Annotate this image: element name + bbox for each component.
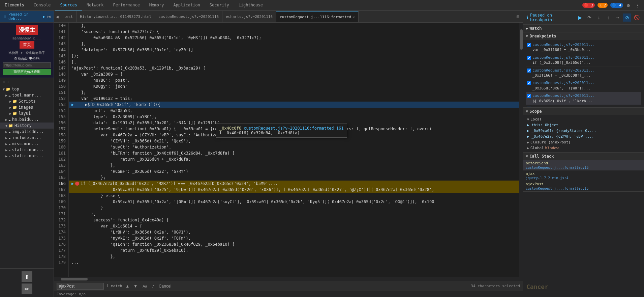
- code-line-179[interactable]: ...: [69, 260, 519, 266]
- tab-close-icon[interactable]: ✕: [352, 15, 355, 19]
- more-icon[interactable]: ⋮: [634, 2, 641, 9]
- match-case-btn[interactable]: Aa: [141, 284, 149, 289]
- step-btn2[interactable]: →: [614, 14, 622, 22]
- global-section-header[interactable]: ▶ Global Window: [526, 145, 641, 151]
- tab-security[interactable]: Security: [205, 0, 234, 10]
- callstack-item-0[interactable]: beforeSend customRequest.j...:formatted:…: [523, 160, 644, 170]
- regex-btn[interactable]: .*: [150, 284, 156, 289]
- local-section-header[interactable]: ▼ Local: [526, 116, 641, 122]
- tree-imgalicdn[interactable]: ▶☁img.alicdn...: [0, 129, 54, 135]
- code-line-160[interactable]: 'suyCt': 'Authorization',: [69, 144, 519, 150]
- breakpoint-item-0[interactable]: customRequest.js?v=202011... var _0x3f16…: [526, 41, 641, 54]
- code-line-175[interactable]: 'nyVkE': _0x365d('0x2f', '[0Fm'),: [69, 235, 519, 241]
- code-line-159[interactable]: 'CZYVH': _0x365d('0x21', 'Qqx9'),: [69, 138, 519, 144]
- watch-section-header[interactable]: ▶ Watch: [523, 25, 644, 32]
- search-prev-btn[interactable]: ▲: [125, 283, 130, 289]
- tree-scripts[interactable]: ▶📁Scripts: [0, 98, 54, 104]
- tab-left-arrow[interactable]: ◀: [54, 14, 61, 19]
- tree-tool[interactable]: ▶☁tool.manr...: [0, 92, 54, 98]
- step-into-btn[interactable]: ↓: [595, 14, 603, 22]
- code-line-149[interactable]: 'nuYBC': 'post',: [69, 77, 519, 83]
- code-line-164[interactable]: 'HCGmF': _0x365d('0x22', 'G7RY'): [69, 168, 519, 174]
- edit-icon-btn[interactable]: ✏: [22, 284, 32, 294]
- code-line-171[interactable]: },: [69, 211, 519, 217]
- tree-includem[interactable]: ▶☁include.m...: [0, 135, 54, 141]
- bp-checkbox-4[interactable]: [527, 94, 531, 98]
- code-line-141[interactable]: 'success': function(_0x3271c7) {: [69, 29, 519, 35]
- v-scrollbar[interactable]: [519, 23, 523, 277]
- code-line-178[interactable]: },: [69, 253, 519, 260]
- search-cancel-btn[interactable]: Cancel: [159, 284, 171, 289]
- breakpoint-item-1[interactable]: customRequest.js?v=202011... if (_0x3bc0…: [526, 54, 641, 67]
- website-nav[interactable]: 首页: [20, 41, 34, 49]
- code-line-167[interactable]: _0x59ca01[_0x365d('0x25', '9jUw')](_0x46…: [69, 187, 519, 193]
- resume-btn[interactable]: ▶: [43, 15, 45, 19]
- code-line-142[interactable]: _0x5a0304 && _0x527b56[_0x365d('0x1d', '…: [69, 35, 519, 41]
- scope-header[interactable]: ▼ Scope: [523, 108, 644, 115]
- code-line-152[interactable]: var _0x1901a2 = this;: [69, 96, 519, 102]
- h-scrollbar-thumb[interactable]: [61, 278, 88, 280]
- deactivate-btn[interactable]: ⊘: [623, 14, 631, 22]
- file-tab-test[interactable]: test: [61, 11, 77, 22]
- tree-images[interactable]: ▶📁images: [0, 104, 54, 110]
- code-line-174[interactable]: 'LrBHV': _0x365d('0x2e', 'OG@1'),: [69, 229, 519, 235]
- file-tab-history[interactable]: HistoryLowest.a...011493273.html: [76, 11, 155, 22]
- breakpoint-item-4[interactable]: customRequest.js?v=202011... $[_0x365d('…: [526, 92, 641, 105]
- search-input[interactable]: [57, 283, 104, 290]
- tab-network[interactable]: Network: [82, 0, 109, 10]
- closure-section-header[interactable]: ▶ Closure (ajaxPost): [526, 139, 641, 145]
- code-line-147[interactable]: 'ajaxPost': function(_0x203a53, _0x129f1…: [69, 65, 519, 71]
- up-icon-btn[interactable]: ⬆: [22, 271, 32, 282]
- tab-lighthouse[interactable]: Lighthouse: [234, 0, 268, 10]
- url-input[interactable]: [3, 62, 51, 68]
- code-line-154[interactable]: 'url': _0x203a53,: [69, 108, 519, 114]
- bp-checkbox-3[interactable]: [527, 81, 531, 85]
- bp-checkbox-0[interactable]: [527, 43, 531, 47]
- tree-hm[interactable]: ▶☁hm.baidu...: [0, 116, 54, 123]
- tab-performance[interactable]: Performance: [109, 0, 145, 10]
- resume-debug-btn[interactable]: ▶: [576, 14, 584, 22]
- tab-elements[interactable]: Elements: [0, 0, 29, 10]
- code-line-172[interactable]: 'success': function(_0x4ce40a) {: [69, 217, 519, 223]
- code-line-148[interactable]: var _0x2a3009 = {: [69, 71, 519, 77]
- local-var-2[interactable]: ▶ _0x467e2a: {CZYVH: 'vBP',...: [526, 134, 641, 139]
- code-line-169[interactable]: _0x59ca01[_0x365d('0x2a', '[0Fm')](_0x46…: [69, 199, 519, 205]
- tooltip-link[interactable]: customRequest.js?v=20201116:formatted:16…: [244, 126, 343, 131]
- code-line-170[interactable]: }: [69, 205, 519, 211]
- callstack-header[interactable]: ▼ Call Stack: [523, 153, 644, 160]
- code-line-140[interactable]: },: [69, 23, 519, 29]
- code-line-151[interactable]: };: [69, 89, 519, 96]
- step-over-btn[interactable]: ↷: [585, 14, 593, 22]
- tree-miscman[interactable]: ▶☁misc.man...: [0, 141, 54, 147]
- code-line-143[interactable]: },: [69, 41, 519, 47]
- tree-top[interactable]: ▼📁top: [0, 86, 54, 92]
- h-scrollbar[interactable]: [54, 277, 523, 281]
- callstack-item-1[interactable]: ajax jquery-1.7.2.min.js:4: [523, 170, 644, 181]
- search-next-btn[interactable]: ▼: [133, 283, 138, 289]
- tab-action-btn[interactable]: ⊞: [515, 13, 521, 20]
- breakpoint-item-3[interactable]: customRequest.js?v=202011... _0x365d('0x…: [526, 79, 641, 92]
- tree-layui[interactable]: ▶📁layui: [0, 110, 54, 116]
- file-tab-custom-formatted[interactable]: customRequest.j...1116:formatted ✕: [276, 11, 359, 22]
- code-line-161[interactable]: 'bLTRm': function _0x40c0f6(_0x326d84, _…: [69, 150, 519, 156]
- breakpoint-item-2[interactable]: customRequest.js?v=202011... _0x3f166f =…: [526, 67, 641, 80]
- settings-icon[interactable]: ⚙: [626, 2, 631, 9]
- bp-checkbox-5[interactable]: [527, 107, 531, 107]
- code-line-144[interactable]: 'datatype': _0x527b56[_0x365d('0x1e', 'q…: [69, 47, 519, 53]
- code-line-165[interactable]: };: [69, 174, 519, 181]
- step-out-btn[interactable]: ↑: [604, 14, 612, 22]
- tab-application[interactable]: Application: [168, 0, 205, 10]
- code-line-162[interactable]: return _0x326d84 + _0xc7d8fa;: [69, 156, 519, 162]
- breakpoints-header[interactable]: ▼ Breakpoints: [523, 32, 644, 40]
- tab-memory[interactable]: Memory: [145, 0, 168, 10]
- callstack-item-2[interactable]: ajaxPost customRequest.j...:formatted:15: [523, 181, 644, 191]
- code-line-173[interactable]: var _0x1c6814 = {: [69, 223, 519, 229]
- code-line-163[interactable]: },: [69, 162, 519, 168]
- file-tab-custom1[interactable]: customRequest.js?v=20201116: [155, 11, 222, 22]
- tree-staticmar[interactable]: ▶☁static.mar...: [0, 153, 54, 159]
- code-line-150[interactable]: 'KDOgy': 'json': [69, 83, 519, 89]
- file-tab-echarts[interactable]: echarts.js?v=20201116: [222, 11, 276, 22]
- tab-console[interactable]: Console: [29, 0, 56, 10]
- sidebar-menu-icon[interactable]: ≡: [3, 79, 5, 84]
- code-line-168[interactable]: } else {: [69, 193, 519, 199]
